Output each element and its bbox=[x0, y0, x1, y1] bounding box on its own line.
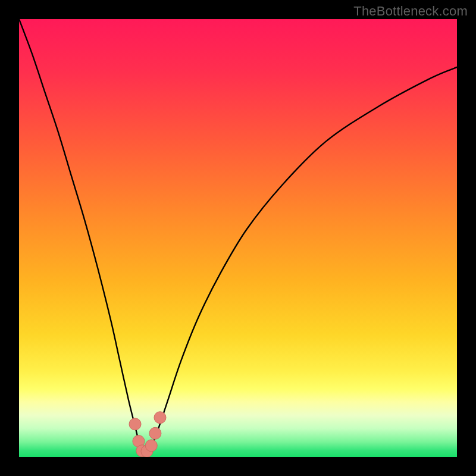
bottleneck-curve bbox=[19, 19, 457, 453]
watermark-text: TheBottleneck.com bbox=[353, 4, 468, 19]
chart-frame: TheBottleneck.com bbox=[0, 0, 476, 476]
optimal-marker bbox=[129, 418, 141, 430]
optimal-markers bbox=[129, 412, 166, 457]
optimal-marker bbox=[154, 412, 166, 424]
optimal-marker bbox=[145, 440, 157, 452]
plot-area bbox=[19, 19, 457, 457]
curve-layer bbox=[19, 19, 457, 457]
optimal-marker bbox=[149, 427, 161, 439]
